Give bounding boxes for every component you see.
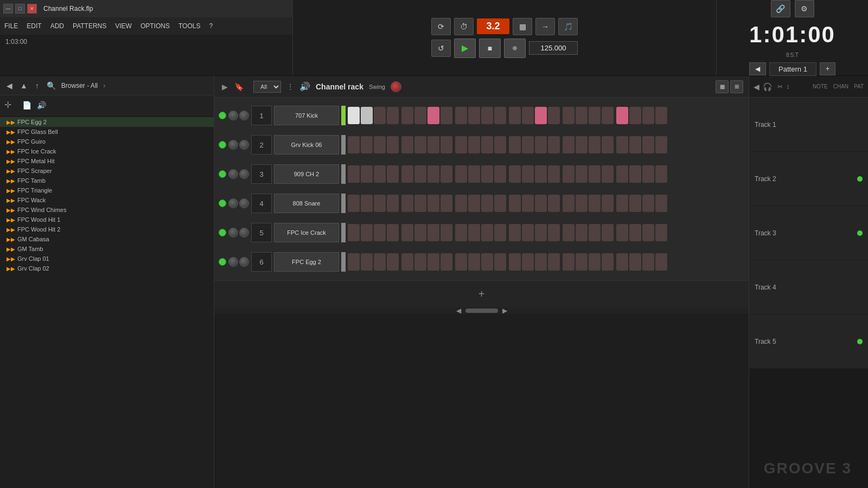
beat-btn[interactable] bbox=[387, 136, 399, 153]
rack-view-btn1[interactable]: ▦ bbox=[716, 80, 729, 93]
beat-btn[interactable] bbox=[509, 253, 521, 271]
beat-btn[interactable] bbox=[401, 165, 413, 183]
beat-btn[interactable] bbox=[348, 165, 360, 183]
beat-btn[interactable] bbox=[441, 136, 452, 153]
beat-btn[interactable] bbox=[629, 136, 641, 153]
beat-btn[interactable] bbox=[642, 224, 654, 241]
ch5-pan-knob[interactable] bbox=[239, 228, 249, 237]
beat-btn[interactable] bbox=[589, 136, 601, 153]
beat-btn[interactable] bbox=[361, 195, 373, 212]
beat-btn[interactable] bbox=[374, 136, 386, 153]
beat-btn[interactable] bbox=[535, 224, 547, 241]
rack-nav-forward-button[interactable]: ▶ bbox=[220, 81, 230, 92]
track-item-3[interactable]: Track 3 bbox=[749, 206, 868, 260]
beat-btn[interactable] bbox=[387, 195, 399, 212]
ch1-active-led[interactable] bbox=[219, 112, 226, 119]
beat-btn[interactable] bbox=[509, 136, 521, 153]
beat-btn[interactable] bbox=[655, 195, 667, 212]
ch4-active-led[interactable] bbox=[219, 200, 226, 207]
beat-btn[interactable] bbox=[348, 136, 360, 153]
ch2-name-button[interactable]: Grv Kick 06 bbox=[274, 135, 339, 155]
beat-btn[interactable] bbox=[401, 107, 413, 124]
beat-btn[interactable] bbox=[655, 224, 667, 241]
beat-btn[interactable] bbox=[481, 136, 493, 153]
track-list-tool1[interactable]: ✂ bbox=[777, 83, 783, 91]
beat-btn[interactable] bbox=[468, 136, 480, 153]
beat-btn[interactable] bbox=[481, 165, 493, 183]
beat-btn[interactable] bbox=[427, 107, 439, 124]
menu-edit[interactable]: EDIT bbox=[27, 22, 41, 30]
beat-btn[interactable] bbox=[535, 136, 547, 153]
beat-btn[interactable] bbox=[548, 165, 560, 183]
beat-btn[interactable] bbox=[616, 107, 628, 124]
beat-btn[interactable] bbox=[374, 165, 386, 183]
beat-btn[interactable] bbox=[455, 195, 467, 212]
beat-btn[interactable] bbox=[616, 224, 628, 241]
beat-btn[interactable] bbox=[455, 136, 467, 153]
beat-btn[interactable] bbox=[642, 165, 654, 183]
beat-btn[interactable] bbox=[589, 224, 601, 241]
beat-btn[interactable] bbox=[374, 107, 386, 124]
metronome-button[interactable]: 🎵 bbox=[558, 18, 578, 35]
beat-btn[interactable] bbox=[563, 224, 575, 241]
browser-item-gm-cabasa[interactable]: ▶▶ GM Cabasa bbox=[0, 234, 214, 244]
browser-up-button[interactable]: ▲ bbox=[18, 80, 30, 91]
pattern-prev-button[interactable]: ◀ bbox=[749, 62, 766, 75]
beat-btn[interactable] bbox=[481, 253, 493, 271]
beat-btn[interactable] bbox=[481, 195, 493, 212]
beat-btn[interactable] bbox=[629, 165, 641, 183]
beat-btn[interactable] bbox=[655, 165, 667, 183]
ch3-active-led[interactable] bbox=[219, 170, 226, 178]
track-item-4[interactable]: Track 4 bbox=[749, 260, 868, 314]
beat-btn[interactable] bbox=[387, 224, 399, 241]
beat-btn[interactable] bbox=[468, 224, 480, 241]
beat-btn[interactable] bbox=[576, 224, 588, 241]
track-item-2[interactable]: Track 2 bbox=[749, 152, 868, 206]
beat-btn[interactable] bbox=[642, 136, 654, 153]
filter-dropdown[interactable]: All bbox=[253, 81, 281, 93]
beat-btn[interactable] bbox=[387, 165, 399, 183]
beat-btn[interactable] bbox=[576, 165, 588, 183]
loop-button[interactable]: ↺ bbox=[431, 40, 451, 57]
ch2-pan-knob[interactable] bbox=[239, 140, 249, 150]
play-button[interactable]: ▶ bbox=[454, 38, 476, 58]
beat-btn[interactable] bbox=[655, 136, 667, 153]
beat-btn[interactable] bbox=[589, 107, 601, 124]
ch2-volume-knob[interactable] bbox=[228, 140, 238, 150]
beat-btn[interactable] bbox=[427, 224, 439, 241]
beat-btn[interactable] bbox=[387, 253, 399, 271]
browser-item-fpc-egg2[interactable]: ▶▶ FPC Egg 2 bbox=[0, 117, 214, 127]
beat-btn[interactable] bbox=[348, 195, 360, 212]
beat-btn[interactable] bbox=[455, 224, 467, 241]
beat-btn[interactable] bbox=[468, 107, 480, 124]
beat-btn[interactable] bbox=[576, 195, 588, 212]
ch1-pan-knob[interactable] bbox=[239, 111, 249, 120]
browser-item-ice-crack[interactable]: ▶▶ FPC Ice Crack bbox=[0, 146, 214, 156]
record-pattern-button[interactable]: ⟳ bbox=[431, 18, 451, 35]
beat-btn[interactable] bbox=[374, 253, 386, 271]
move-icon[interactable]: ✛ bbox=[4, 100, 11, 110]
ch4-name-button[interactable]: 808 Snare bbox=[274, 194, 339, 213]
minimize-button[interactable]: — bbox=[3, 4, 13, 14]
beat-btn[interactable] bbox=[414, 253, 426, 271]
beat-btn[interactable] bbox=[642, 253, 654, 271]
arrow-button[interactable]: → bbox=[535, 18, 555, 35]
speaker-icon[interactable]: 🔊 bbox=[37, 101, 46, 110]
ch6-volume-knob[interactable] bbox=[228, 257, 238, 267]
browser-item-grv-clap01[interactable]: ▶▶ Grv Clap 01 bbox=[0, 254, 214, 264]
beat-btn[interactable] bbox=[509, 165, 521, 183]
browser-item-scraper[interactable]: ▶▶ FPC Scraper bbox=[0, 166, 214, 176]
menu-help[interactable]: ? bbox=[209, 22, 213, 30]
beat-btn[interactable] bbox=[535, 107, 547, 124]
browser-search-button[interactable]: 🔍 bbox=[44, 80, 58, 91]
ch1-volume-knob[interactable] bbox=[228, 111, 238, 120]
browser-item-metal-hit[interactable]: ▶▶ FPC Metal Hit bbox=[0, 156, 214, 166]
browser-item-wood-hit1[interactable]: ▶▶ FPC Wood Hit 1 bbox=[0, 215, 214, 224]
beat-btn[interactable] bbox=[494, 165, 506, 183]
add-channel-button[interactable]: + bbox=[478, 288, 485, 300]
browser-item-guiro[interactable]: ▶▶ FPC Guiro bbox=[0, 137, 214, 146]
beat-btn[interactable] bbox=[655, 253, 667, 271]
tempo-input[interactable] bbox=[529, 41, 578, 55]
beat-btn[interactable] bbox=[642, 107, 654, 124]
swing-knob[interactable] bbox=[391, 81, 401, 92]
